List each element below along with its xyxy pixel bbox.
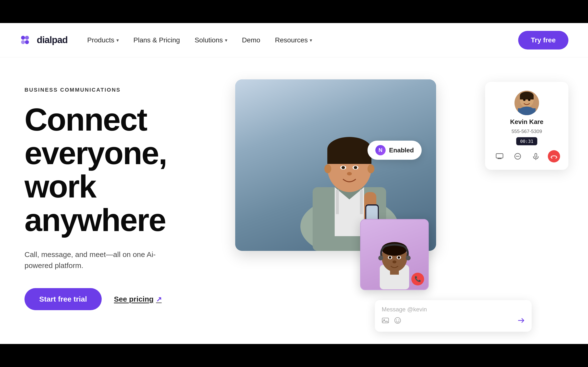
browser-chrome: dialpad Products ▾ Plans & Pricing Solut… [0,23,588,344]
start-free-trial-button[interactable]: Start free trial [24,288,102,310]
svg-point-13 [324,164,331,173]
nav-links: Products ▾ Plans & Pricing Solutions ▾ D… [87,36,518,44]
video-card-inner: 📞 [361,220,428,289]
svg-point-0 [21,36,25,40]
svg-point-51 [518,156,519,157]
resources-chevron-icon: ▾ [310,37,312,43]
hero-section: BUSINESS COMMUNICATIONS Connect everyone… [0,57,588,344]
svg-rect-41 [520,96,534,99]
svg-rect-25 [336,190,339,214]
logo-text: dialpad [37,35,68,45]
products-chevron-icon: ▾ [116,37,119,43]
ai-enabled-badge: N Enabled [368,141,422,160]
svg-point-42 [523,99,526,101]
message-input-row: Message @kevin [382,306,525,313]
send-message-button[interactable] [517,317,525,326]
svg-rect-24 [322,190,335,224]
message-action-icons [382,317,525,326]
nav-item-pricing[interactable]: Plans & Pricing [134,36,180,44]
phone-end-icon: 📞 [415,276,421,282]
svg-rect-12 [327,149,371,164]
see-pricing-arrow-icon: ↗ [156,295,162,303]
hero-right: N Enabled [216,77,564,344]
svg-point-17 [342,166,345,169]
svg-point-60 [398,319,399,320]
svg-point-34 [389,256,391,259]
dialpad-logo-icon [20,35,33,45]
end-call-button[interactable] [548,150,560,162]
contact-name: Kevin Kare [510,118,543,126]
video-end-call-button[interactable]: 📞 [411,273,424,285]
svg-point-59 [396,319,397,320]
try-free-button[interactable]: Try free [518,31,568,49]
svg-rect-26 [360,190,363,214]
screen-share-button[interactable] [493,150,506,162]
solutions-chevron-icon: ▾ [225,37,227,43]
svg-rect-47 [498,158,502,159]
svg-point-58 [395,318,401,323]
navbar: dialpad Products ▾ Plans & Pricing Solut… [0,23,588,57]
svg-point-18 [354,166,357,169]
svg-point-14 [368,164,374,173]
nav-item-demo[interactable]: Demo [242,36,260,44]
svg-point-35 [398,256,400,259]
contact-card: Kevin Kare 555-567-5309 00:31 [485,82,568,170]
svg-rect-46 [496,154,503,158]
svg-point-30 [378,256,383,260]
svg-rect-52 [535,153,537,157]
call-controls [493,150,560,162]
contact-avatar-svg [514,91,539,115]
call-timer: 00:31 [516,137,537,145]
hero-subtitle: Call, message, and meet—all on one Ai-po… [24,249,181,271]
hero-title: Connect everyone, work anywhere [24,103,216,237]
svg-rect-45 [518,108,536,115]
svg-point-31 [406,256,411,260]
svg-point-3 [25,40,29,44]
ai-badge-label: Enabled [389,147,414,154]
svg-point-49 [516,156,517,157]
image-attach-icon[interactable] [382,317,389,326]
contact-avatar [514,91,539,115]
ai-icon: N [375,145,386,155]
more-options-button[interactable] [512,150,524,162]
mute-button[interactable] [530,150,542,162]
page-wrapper: dialpad Products ▾ Plans & Pricing Solut… [0,0,588,367]
logo-area[interactable]: dialpad [20,35,68,45]
hero-left: BUSINESS COMMUNICATIONS Connect everyone… [24,77,216,310]
svg-point-43 [528,99,530,101]
hero-eyebrow: BUSINESS COMMUNICATIONS [24,87,216,93]
nav-item-resources[interactable]: Resources ▾ [275,36,312,44]
svg-point-1 [21,40,25,44]
svg-point-2 [25,36,29,40]
svg-line-55 [556,157,557,158]
message-placeholder: Message @kevin [382,306,525,313]
video-call-card: 📞 [360,219,429,290]
emoji-icon[interactable] [394,317,401,326]
hero-actions: Start free trial See pricing ↗ [24,288,216,310]
nav-item-solutions[interactable]: Solutions ▾ [195,36,227,44]
nav-item-products[interactable]: Products ▾ [87,36,119,44]
see-pricing-button[interactable]: See pricing ↗ [114,295,162,303]
contact-phone: 555-567-5309 [512,129,542,134]
message-card: Message @kevin [375,300,532,332]
svg-point-19 [347,172,352,175]
nav-cta: Try free [518,31,568,49]
svg-point-36 [392,260,396,263]
svg-point-50 [517,156,518,157]
svg-line-54 [551,157,552,158]
svg-rect-37 [390,269,399,275]
